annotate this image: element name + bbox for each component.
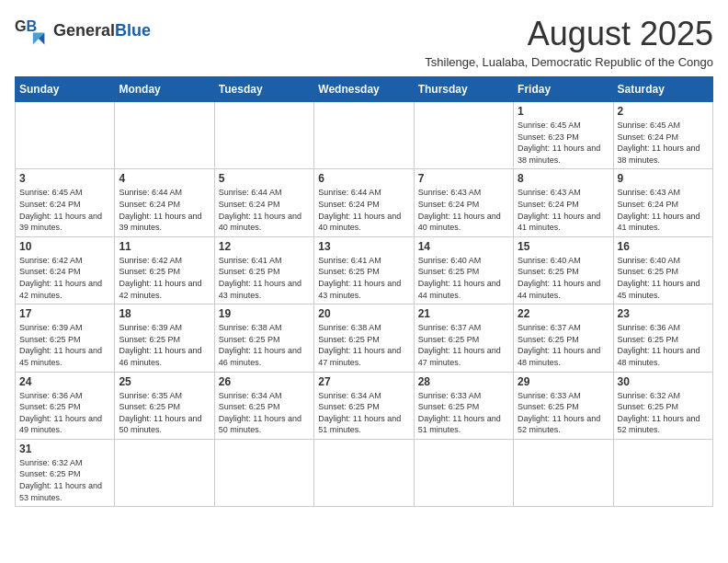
calendar-day-cell: 29Sunrise: 6:33 AM Sunset: 6:25 PM Dayli…	[514, 372, 613, 439]
calendar-day-cell: 8Sunrise: 6:43 AM Sunset: 6:24 PM Daylig…	[514, 169, 613, 236]
day-info: Sunrise: 6:41 AM Sunset: 6:25 PM Dayligh…	[219, 255, 310, 301]
day-info: Sunrise: 6:41 AM Sunset: 6:25 PM Dayligh…	[318, 255, 409, 301]
calendar-day-cell	[314, 439, 414, 506]
calendar-day-cell: 9Sunrise: 6:43 AM Sunset: 6:24 PM Daylig…	[613, 169, 712, 236]
calendar-day-cell: 18Sunrise: 6:39 AM Sunset: 6:25 PM Dayli…	[115, 304, 214, 372]
calendar-day-cell: 3Sunrise: 6:45 AM Sunset: 6:24 PM Daylig…	[16, 169, 115, 236]
day-number: 18	[119, 307, 210, 320]
calendar-header-tuesday: Tuesday	[214, 77, 313, 102]
calendar-day-cell: 20Sunrise: 6:38 AM Sunset: 6:25 PM Dayli…	[314, 304, 414, 372]
day-number: 5	[219, 172, 310, 185]
calendar-day-cell: 17Sunrise: 6:39 AM Sunset: 6:25 PM Dayli…	[16, 304, 115, 372]
calendar-day-cell	[414, 439, 513, 506]
day-info: Sunrise: 6:33 AM Sunset: 6:25 PM Dayligh…	[518, 390, 609, 436]
day-number: 22	[518, 307, 609, 320]
calendar-day-cell	[115, 439, 214, 506]
calendar-week-row: 24Sunrise: 6:36 AM Sunset: 6:25 PM Dayli…	[16, 372, 713, 439]
day-info: Sunrise: 6:40 AM Sunset: 6:25 PM Dayligh…	[518, 255, 609, 301]
calendar-day-cell: 14Sunrise: 6:40 AM Sunset: 6:25 PM Dayli…	[414, 236, 513, 304]
month-title: August 2025	[425, 15, 713, 53]
logo-text: GeneralBlue	[53, 22, 151, 40]
calendar-header-thursday: Thursday	[414, 77, 513, 102]
calendar-header-sunday: Sunday	[16, 77, 115, 102]
day-number: 16	[618, 240, 709, 253]
header-area: G B GeneralBlue August 2025 Tshilenge, L…	[15, 15, 713, 69]
day-number: 25	[119, 375, 210, 388]
day-number: 8	[518, 172, 609, 185]
day-info: Sunrise: 6:32 AM Sunset: 6:25 PM Dayligh…	[19, 457, 110, 503]
calendar-day-cell: 23Sunrise: 6:36 AM Sunset: 6:25 PM Dayli…	[613, 304, 712, 372]
calendar-day-cell	[214, 102, 313, 169]
day-number: 3	[19, 172, 110, 185]
calendar-day-cell: 12Sunrise: 6:41 AM Sunset: 6:25 PM Dayli…	[214, 236, 313, 304]
calendar-header-saturday: Saturday	[613, 77, 712, 102]
day-info: Sunrise: 6:32 AM Sunset: 6:25 PM Dayligh…	[618, 390, 709, 436]
day-info: Sunrise: 6:37 AM Sunset: 6:25 PM Dayligh…	[418, 322, 509, 368]
calendar-day-cell: 5Sunrise: 6:44 AM Sunset: 6:24 PM Daylig…	[214, 169, 313, 236]
calendar-day-cell	[613, 439, 712, 506]
day-info: Sunrise: 6:34 AM Sunset: 6:25 PM Dayligh…	[219, 390, 310, 436]
day-number: 2	[618, 105, 709, 118]
calendar-day-cell: 25Sunrise: 6:35 AM Sunset: 6:25 PM Dayli…	[115, 372, 214, 439]
day-number: 19	[219, 307, 310, 320]
day-number: 1	[518, 105, 609, 118]
day-number: 23	[618, 307, 709, 320]
day-info: Sunrise: 6:44 AM Sunset: 6:24 PM Dayligh…	[219, 187, 310, 233]
day-number: 27	[318, 375, 409, 388]
day-info: Sunrise: 6:36 AM Sunset: 6:25 PM Dayligh…	[19, 390, 110, 436]
day-number: 24	[19, 375, 110, 388]
day-info: Sunrise: 6:39 AM Sunset: 6:25 PM Dayligh…	[119, 322, 210, 368]
day-info: Sunrise: 6:43 AM Sunset: 6:24 PM Dayligh…	[618, 187, 709, 233]
day-info: Sunrise: 6:43 AM Sunset: 6:24 PM Dayligh…	[518, 187, 609, 233]
svg-text:G: G	[15, 17, 27, 34]
day-number: 15	[518, 240, 609, 253]
calendar-week-row: 31Sunrise: 6:32 AM Sunset: 6:25 PM Dayli…	[16, 439, 713, 506]
calendar-day-cell: 11Sunrise: 6:42 AM Sunset: 6:25 PM Dayli…	[115, 236, 214, 304]
day-number: 7	[418, 172, 509, 185]
day-number: 21	[418, 307, 509, 320]
calendar-day-cell: 6Sunrise: 6:44 AM Sunset: 6:24 PM Daylig…	[314, 169, 414, 236]
day-info: Sunrise: 6:37 AM Sunset: 6:25 PM Dayligh…	[518, 322, 609, 368]
calendar-day-cell: 30Sunrise: 6:32 AM Sunset: 6:25 PM Dayli…	[613, 372, 712, 439]
calendar-day-cell: 16Sunrise: 6:40 AM Sunset: 6:25 PM Dayli…	[613, 236, 712, 304]
day-info: Sunrise: 6:44 AM Sunset: 6:24 PM Dayligh…	[119, 187, 210, 233]
logo-icon: G B	[15, 15, 48, 48]
day-number: 20	[318, 307, 409, 320]
day-number: 9	[618, 172, 709, 185]
day-info: Sunrise: 6:45 AM Sunset: 6:24 PM Dayligh…	[618, 120, 709, 166]
day-info: Sunrise: 6:44 AM Sunset: 6:24 PM Dayligh…	[318, 187, 409, 233]
day-number: 12	[219, 240, 310, 253]
calendar-day-cell	[115, 102, 214, 169]
day-info: Sunrise: 6:39 AM Sunset: 6:25 PM Dayligh…	[19, 322, 110, 368]
day-info: Sunrise: 6:36 AM Sunset: 6:25 PM Dayligh…	[618, 322, 709, 368]
day-number: 28	[418, 375, 509, 388]
calendar-day-cell	[214, 439, 313, 506]
day-number: 4	[119, 172, 210, 185]
calendar-day-cell	[16, 102, 115, 169]
calendar-day-cell: 28Sunrise: 6:33 AM Sunset: 6:25 PM Dayli…	[414, 372, 513, 439]
calendar-day-cell: 10Sunrise: 6:42 AM Sunset: 6:24 PM Dayli…	[16, 236, 115, 304]
day-number: 26	[219, 375, 310, 388]
day-info: Sunrise: 6:45 AM Sunset: 6:23 PM Dayligh…	[518, 120, 609, 166]
day-info: Sunrise: 6:38 AM Sunset: 6:25 PM Dayligh…	[318, 322, 409, 368]
calendar-day-cell	[414, 102, 513, 169]
day-info: Sunrise: 6:45 AM Sunset: 6:24 PM Dayligh…	[19, 187, 110, 233]
day-info: Sunrise: 6:33 AM Sunset: 6:25 PM Dayligh…	[418, 390, 509, 436]
day-number: 30	[618, 375, 709, 388]
day-info: Sunrise: 6:38 AM Sunset: 6:25 PM Dayligh…	[219, 322, 310, 368]
day-info: Sunrise: 6:40 AM Sunset: 6:25 PM Dayligh…	[418, 255, 509, 301]
calendar-day-cell: 4Sunrise: 6:44 AM Sunset: 6:24 PM Daylig…	[115, 169, 214, 236]
calendar-header-wednesday: Wednesday	[314, 77, 414, 102]
calendar-day-cell: 15Sunrise: 6:40 AM Sunset: 6:25 PM Dayli…	[514, 236, 613, 304]
logo: G B GeneralBlue	[15, 15, 151, 48]
calendar-header-friday: Friday	[514, 77, 613, 102]
calendar-day-cell: 13Sunrise: 6:41 AM Sunset: 6:25 PM Dayli…	[314, 236, 414, 304]
calendar-week-row: 17Sunrise: 6:39 AM Sunset: 6:25 PM Dayli…	[16, 304, 713, 372]
location-subtitle: Tshilenge, Lualaba, Democratic Republic …	[425, 55, 713, 69]
day-number: 14	[418, 240, 509, 253]
day-info: Sunrise: 6:43 AM Sunset: 6:24 PM Dayligh…	[418, 187, 509, 233]
calendar-day-cell: 22Sunrise: 6:37 AM Sunset: 6:25 PM Dayli…	[514, 304, 613, 372]
svg-text:B: B	[27, 17, 38, 34]
calendar-day-cell: 31Sunrise: 6:32 AM Sunset: 6:25 PM Dayli…	[16, 439, 115, 506]
calendar-day-cell: 1Sunrise: 6:45 AM Sunset: 6:23 PM Daylig…	[514, 102, 613, 169]
